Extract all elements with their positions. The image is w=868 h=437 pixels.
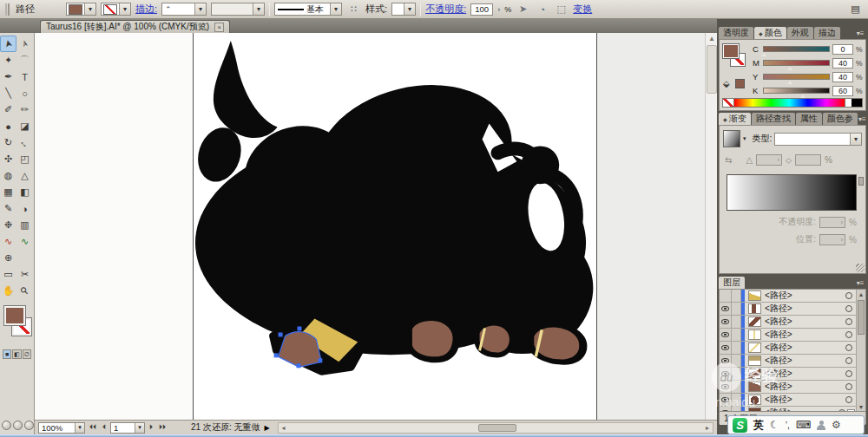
target-circle[interactable] [845,370,852,377]
symbol-sprayer-tool[interactable]: ❉ [0,217,16,233]
rotate-tool[interactable]: ↻ [0,134,16,151]
panel-tab-描边[interactable]: 描边 [814,27,840,39]
visibility-toggle[interactable] [720,329,732,341]
target-circle[interactable] [845,331,852,338]
bull-artwork[interactable] [194,33,596,420]
panel-tab-颜色参[interactable]: 颜色参 [823,113,858,125]
lock-toggle[interactable] [732,342,741,354]
layer-row[interactable]: <路径> [720,342,865,355]
target-circle[interactable] [845,396,852,403]
target-circle[interactable] [845,292,852,299]
artboard-tool[interactable]: ▭ [0,266,16,283]
layers-scroll-thumb[interactable] [858,300,865,335]
direct-selection-tool[interactable]: ➢ [16,36,33,52]
panel-tab-外观[interactable]: 外观 [787,27,813,39]
channel-value-input[interactable]: 40 [832,72,853,82]
magic-wand-tool[interactable]: ✦ [0,52,16,68]
panel-tab-属性[interactable]: 属性 [796,113,822,125]
next-artboard-button[interactable]: ⏵ [148,423,155,432]
layer-row[interactable]: <路径> [720,329,865,342]
eraser-tool[interactable]: ◪ [16,118,33,134]
lock-toggle[interactable] [732,368,741,380]
panel-tab-颜色[interactable]: ◆颜色 [754,27,786,39]
free-transform-tool[interactable]: ◰ [16,151,33,167]
scroll-up-icon[interactable]: ▲ [706,33,718,44]
lasso-tool[interactable]: ⌒ [16,52,33,68]
layers-scrollbar[interactable]: ▲ ▼ [856,290,865,411]
vertical-scrollbar[interactable]: ▲ [705,33,717,420]
visibility-toggle[interactable] [720,368,732,380]
layer-row[interactable]: <路径> [720,290,865,303]
target-circle[interactable] [845,305,852,312]
scroll-down-icon[interactable]: ▼ [857,402,865,411]
blend-tool[interactable]: ◑ [16,200,33,217]
fill-swatch[interactable] [723,44,739,58]
visibility-toggle[interactable] [720,316,732,328]
zoom-level-combo[interactable]: 100% ▾ [38,422,85,434]
brush-definition-dropdown[interactable]: 基本 ▾ [274,3,342,16]
canvas-area[interactable]: ▲ [35,33,717,420]
horizontal-scroll-thumb[interactable] [478,424,516,432]
slider-caret[interactable] [787,67,792,70]
screen-mode-2[interactable] [13,421,23,430]
wrench-icon[interactable]: ⚙ [832,419,841,431]
layer-row[interactable]: <路径> [720,381,865,394]
slider-caret[interactable] [787,81,792,84]
angle-input[interactable]: › [756,154,782,166]
warp-tool[interactable]: ∿ [0,233,16,250]
stroke-link[interactable]: 描边: [135,3,157,16]
fill-stroke-indicator[interactable] [0,304,35,348]
chevron-down-icon[interactable]: ▾ [743,135,746,142]
visibility-toggle[interactable] [720,342,732,354]
select-similar-icon[interactable]: ➤ [516,3,530,16]
reverse-gradient-icon[interactable]: ⇆ [725,155,732,165]
vertical-scroll-thumb[interactable] [707,45,717,94]
type-tool[interactable]: T [16,68,33,85]
opacity-link[interactable]: 不透明度: [425,3,466,16]
scroll-up-icon[interactable]: ▲ [857,290,865,298]
gradient-swatch-thumb[interactable] [723,130,740,147]
channel-slider-track[interactable] [763,46,830,52]
channel-value-input[interactable]: 60 [832,86,853,96]
gamut-cube-icon[interactable]: ⬙ [723,79,730,88]
first-artboard-button[interactable]: ⏴⏴ [88,423,98,432]
perspective-grid-tool[interactable]: △ [16,167,33,184]
lock-toggle[interactable] [732,290,741,302]
target-circle[interactable] [845,344,852,351]
width-tool[interactable]: ✣ [0,151,16,167]
scroll-right-icon[interactable]: ▸ [702,423,713,433]
punctuation-toggle[interactable]: ’, [786,421,790,430]
lock-toggle[interactable] [732,407,741,411]
panel-tab-透明度[interactable]: 透明度 [719,27,753,39]
visibility-toggle[interactable] [720,355,732,367]
panel-menu-icon[interactable]: ▾≡ [858,113,866,125]
stroke-weight-combo[interactable]: ⌃ ▾ [161,3,207,16]
target-circle[interactable] [845,383,852,390]
layer-row[interactable]: <路径> [720,355,865,368]
style-dropdown[interactable]: ▾ [391,3,416,16]
visibility-toggle[interactable] [720,290,732,302]
workspace-panel-icon[interactable]: ▤ [848,3,863,16]
width-profile-dropdown[interactable]: ▾ [211,3,265,16]
visibility-toggle[interactable] [720,303,732,315]
perspective-selection-tool[interactable]: ⊕ [0,250,16,266]
recolor-artwork-icon[interactable]: ∷ [346,3,361,16]
gradient-type-dropdown[interactable]: ▾ [774,133,862,146]
sphere-icon[interactable]: ◔ [535,3,549,16]
gradient-slider-bar[interactable] [727,174,857,211]
document-tab[interactable]: Taurus16 [转换].AI* @ 100% (CMYK/预览) × [40,20,230,33]
none-mode-button[interactable]: ∅ [23,349,31,359]
rainbow-spectrum[interactable] [734,99,845,107]
ime-toolbar[interactable]: S 英 ☾ ’, ⌨ ⚙ [727,415,865,434]
channel-value-input[interactable]: 0 [832,44,853,55]
channel-slider-track[interactable] [763,88,830,94]
user-icon[interactable] [817,421,825,430]
screen-mode-1[interactable] [2,421,11,430]
target-circle[interactable] [838,409,845,411]
shape-builder-tool[interactable]: ◍ [0,167,16,184]
visibility-toggle[interactable] [720,381,732,393]
fill-swatch[interactable] [4,306,25,325]
target-circle[interactable] [845,318,852,325]
transform-link[interactable]: 变换 [573,3,592,16]
pen-tool[interactable]: ✒ [0,68,16,85]
